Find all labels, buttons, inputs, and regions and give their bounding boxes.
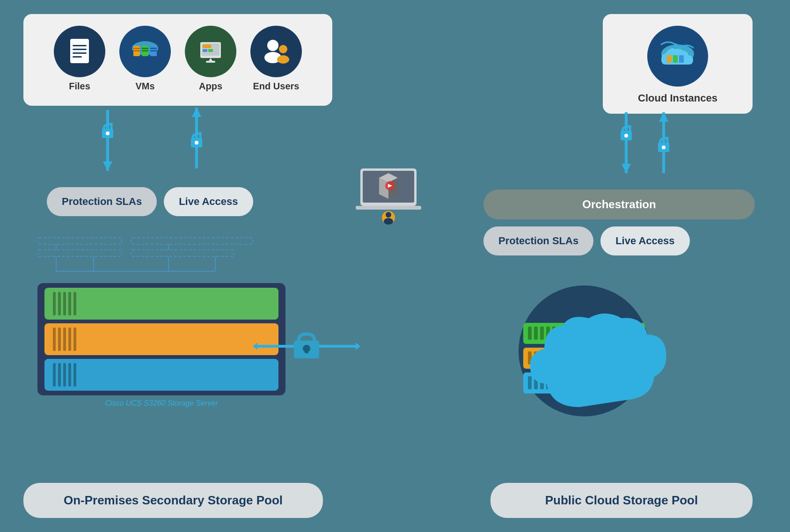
svg-rect-2	[73, 49, 87, 50]
top-right-panel: Cloud Instances	[603, 14, 753, 114]
svg-point-47	[662, 146, 666, 149]
svg-point-58	[386, 212, 391, 218]
cloud-storage-right	[486, 276, 757, 430]
vms-icon	[129, 36, 161, 67]
svg-point-22	[267, 40, 278, 51]
svg-marker-72	[253, 343, 257, 350]
right-sla-row: Protection SLAs Live Access	[483, 226, 755, 255]
left-live-access: Live Access	[164, 187, 253, 216]
storage-left: Cisco UCS S3260 Storage Server	[37, 234, 285, 408]
apps-label: Apps	[199, 81, 222, 92]
stripe	[73, 363, 76, 386]
svg-rect-17	[203, 44, 211, 48]
left-controls: Protection SLAs Live Access	[47, 187, 253, 216]
server-label: Cisco UCS S3260 Storage Server	[37, 399, 285, 408]
svg-marker-33	[103, 161, 112, 171]
svg-point-24	[279, 45, 287, 53]
disk-stripes-orange	[53, 328, 76, 351]
end-users-circle	[250, 26, 302, 77]
left-arrow-up	[183, 108, 211, 168]
stripe	[68, 363, 71, 386]
svg-rect-63	[131, 250, 234, 256]
apps-icon	[196, 36, 226, 67]
svg-rect-28	[673, 55, 678, 63]
orchestration-bar: Orchestration	[483, 189, 755, 219]
stripe	[63, 292, 66, 315]
stripe	[73, 292, 76, 315]
apps-circle	[185, 26, 236, 77]
disk-row-green	[44, 288, 278, 320]
svg-rect-82	[534, 327, 538, 340]
connector-lines	[37, 234, 281, 281]
storage-disks	[37, 283, 285, 395]
vms-circle	[119, 26, 171, 77]
svg-point-59	[384, 218, 393, 225]
disk-row-blue	[44, 359, 278, 391]
svg-rect-60	[37, 238, 122, 244]
svg-rect-19	[208, 49, 213, 52]
stripe	[63, 328, 66, 351]
stripe	[53, 328, 56, 351]
svg-point-39	[195, 141, 198, 145]
left-arrow-down	[94, 110, 122, 171]
icons-row: Files	[54, 26, 302, 92]
svg-rect-11	[142, 50, 148, 51]
laptop-icon	[353, 166, 424, 227]
stripe	[68, 328, 71, 351]
bottom-right-label: Public Cloud Storage Pool	[490, 483, 753, 518]
cloud-storage-svg	[486, 276, 757, 430]
svg-marker-37	[192, 108, 201, 117]
end-users-label: End Users	[253, 81, 300, 92]
right-arrow-down	[612, 112, 640, 173]
svg-rect-18	[203, 49, 207, 52]
end-users-item: End Users	[250, 26, 302, 92]
svg-rect-3	[73, 52, 87, 54]
disk-stripes-green	[53, 292, 76, 315]
stripe	[53, 363, 56, 386]
svg-rect-61	[131, 238, 253, 244]
svg-point-43	[624, 134, 628, 138]
files-circle	[54, 26, 105, 77]
svg-rect-0	[70, 39, 89, 63]
transfer-arrows	[253, 328, 360, 367]
svg-rect-29	[679, 55, 684, 63]
svg-point-25	[277, 55, 289, 64]
svg-rect-78	[305, 349, 308, 353]
disk-row-orange	[44, 323, 278, 355]
svg-point-35	[106, 131, 110, 135]
svg-rect-93	[528, 376, 532, 389]
svg-marker-20	[209, 58, 212, 61]
svg-rect-62	[37, 250, 122, 256]
svg-marker-74	[356, 343, 360, 350]
stripe	[63, 363, 66, 386]
cloud-instances-icon	[657, 37, 699, 75]
svg-rect-10	[142, 48, 148, 49]
svg-rect-8	[133, 50, 140, 51]
right-arrow-up	[650, 112, 678, 173]
end-users-icon	[260, 35, 293, 68]
top-left-panel: Files	[23, 14, 332, 106]
svg-marker-45	[659, 112, 668, 122]
apps-item: Apps	[185, 26, 236, 92]
bottom-left-label: On-Premises Secondary Storage Pool	[23, 483, 323, 518]
svg-rect-56	[356, 206, 421, 210]
right-live-access: Live Access	[600, 226, 689, 255]
stripe	[58, 363, 61, 386]
cloud-instances-circle	[647, 26, 708, 87]
svg-rect-83	[540, 327, 544, 340]
svg-rect-14	[150, 50, 157, 51]
right-orchestration: Orchestration Protection SLAs Live Acces…	[483, 189, 755, 255]
svg-rect-1	[73, 45, 87, 46]
svg-rect-13	[150, 48, 157, 49]
stripe	[73, 328, 76, 351]
stripe	[68, 292, 71, 315]
files-icon	[65, 36, 95, 67]
cloud-instances-label: Cloud Instances	[638, 92, 717, 104]
svg-rect-27	[667, 55, 672, 63]
left-protection-slas: Protection SLAs	[47, 187, 157, 216]
vms-item: VMs	[119, 26, 171, 92]
svg-rect-81	[528, 327, 532, 340]
diagram: Files	[0, 0, 790, 532]
stripe	[58, 328, 61, 351]
stripe	[58, 292, 61, 315]
